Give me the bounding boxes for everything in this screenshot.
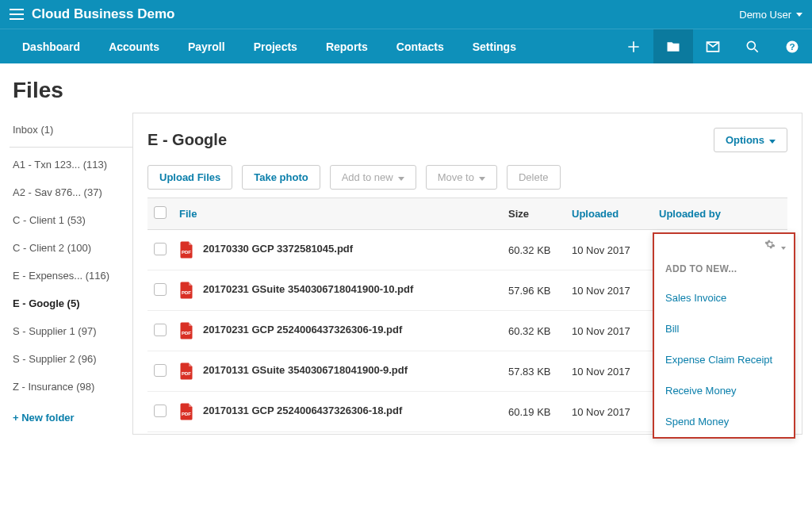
col-size[interactable]: Size (502, 198, 565, 230)
add-icon[interactable] (614, 29, 653, 63)
sidebar-item[interactable]: A1 - Txn 123... (113) (10, 151, 132, 178)
sidebar-item-inbox[interactable]: Inbox (1) (10, 116, 132, 144)
menu-icon[interactable] (10, 9, 24, 20)
col-uploaded-by[interactable]: Uploaded by (653, 198, 756, 230)
sidebar-item[interactable]: C - Client 1 (53) (10, 206, 132, 234)
sidebar-item[interactable]: S - Supplier 1 (97) (10, 317, 132, 345)
page-title: Files (0, 63, 812, 113)
take-photo-button[interactable]: Take photo (242, 165, 320, 190)
mail-icon[interactable] (693, 29, 733, 63)
file-size: 60.19 KB (502, 392, 565, 432)
menu-expense-claim-receipt[interactable]: Expense Claim Receipt (654, 344, 794, 375)
gear-icon[interactable] (764, 239, 786, 252)
file-size: 57.83 KB (502, 351, 565, 392)
sidebar-item[interactable]: S - Supplier 2 (96) (10, 345, 132, 373)
menu-sales-invoice[interactable]: Sales Invoice (654, 282, 794, 313)
user-label: Demo User (739, 9, 791, 21)
pdf-icon: PDF (179, 283, 203, 295)
move-to-button[interactable]: Move to (426, 165, 497, 190)
svg-text:PDF: PDF (182, 331, 191, 336)
chevron-down-icon (398, 177, 404, 181)
pdf-icon: PDF (179, 405, 203, 416)
file-uploaded: 10 Nov 2017 (565, 270, 653, 311)
file-uploaded: 10 Nov 2017 (565, 392, 653, 432)
svg-text:PDF: PDF (182, 290, 191, 295)
options-button[interactable]: Options (714, 128, 787, 152)
chevron-down-icon (769, 140, 776, 144)
add-to-new-button[interactable]: Add to new (330, 165, 416, 190)
sidebar-item-active[interactable]: E - Google (5) (10, 290, 132, 317)
file-name[interactable]: 20170231 GSuite 3540306718041900-10.pdf (203, 283, 413, 295)
help-icon[interactable]: ? (772, 29, 812, 63)
file-uploaded: 10 Nov 2017 (565, 230, 653, 270)
row-action-menu: ADD TO NEW... Sales Invoice Bill Expense… (653, 232, 795, 439)
row-checkbox[interactable] (154, 324, 167, 336)
file-size: 60.32 KB (502, 311, 565, 351)
chevron-down-icon (781, 247, 786, 250)
delete-button[interactable]: Delete (507, 165, 561, 190)
main-nav: Dashboard Accounts Payroll Projects Repo… (0, 29, 812, 63)
svg-text:PDF: PDF (182, 250, 191, 255)
nav-payroll[interactable]: Payroll (174, 29, 239, 63)
new-folder-link[interactable]: + New folder (10, 401, 132, 435)
brand-title: Cloud Business Demo (32, 6, 174, 22)
col-file[interactable]: File (173, 198, 502, 230)
nav-accounts[interactable]: Accounts (94, 29, 174, 63)
file-uploaded: 10 Nov 2017 (565, 311, 653, 351)
sidebar-item[interactable]: A2 - Sav 876... (37) (10, 178, 132, 206)
row-checkbox[interactable] (154, 283, 167, 296)
col-uploaded[interactable]: Uploaded (565, 198, 653, 230)
pdf-icon: PDF (179, 324, 203, 336)
folder-title: E - Google (147, 131, 714, 149)
file-name[interactable]: 20170330 GCP 3372581045.pdf (203, 243, 353, 255)
nav-dashboard[interactable]: Dashboard (8, 29, 94, 63)
file-size: 60.32 KB (502, 230, 565, 270)
files-icon[interactable] (653, 29, 693, 63)
file-uploaded: 10 Nov 2017 (565, 351, 653, 392)
row-checkbox[interactable] (154, 405, 167, 417)
sidebar-item[interactable]: Z - Insurance (98) (10, 373, 132, 401)
files-panel: E - Google Options Upload Files Take pho… (132, 113, 802, 435)
nav-projects[interactable]: Projects (239, 29, 312, 63)
user-menu[interactable]: Demo User (739, 9, 802, 21)
menu-receive-money[interactable]: Receive Money (654, 375, 794, 406)
svg-text:PDF: PDF (182, 412, 191, 416)
chevron-down-icon (796, 13, 802, 17)
svg-text:PDF: PDF (182, 371, 191, 376)
row-checkbox[interactable] (154, 364, 167, 377)
nav-reports[interactable]: Reports (312, 29, 382, 63)
menu-header: ADD TO NEW... (654, 252, 794, 282)
menu-spend-money[interactable]: Spend Money (654, 406, 794, 437)
search-icon[interactable] (733, 29, 772, 63)
svg-text:?: ? (789, 41, 795, 52)
nav-settings[interactable]: Settings (458, 29, 530, 63)
sidebar-item[interactable]: E - Expenses... (116) (10, 262, 132, 290)
divider (10, 147, 132, 148)
svg-point-0 (747, 41, 755, 49)
menu-bill[interactable]: Bill (654, 313, 794, 344)
upload-files-button[interactable]: Upload Files (147, 165, 232, 190)
nav-contacts[interactable]: Contacts (382, 29, 458, 63)
chevron-down-icon (479, 177, 485, 181)
file-name[interactable]: 20170131 GCP 2524006437326306-18.pdf (203, 405, 402, 416)
file-size: 57.96 KB (502, 270, 565, 311)
pdf-icon: PDF (179, 364, 203, 376)
sidebar-item[interactable]: C - Client 2 (100) (10, 234, 132, 262)
file-name[interactable]: 20170131 GSuite 3540306718041900-9.pdf (203, 364, 408, 376)
folder-sidebar: Inbox (1) A1 - Txn 123... (113) A2 - Sav… (10, 113, 132, 435)
pdf-icon: PDF (179, 243, 203, 255)
row-checkbox[interactable] (154, 243, 167, 255)
select-all-checkbox[interactable] (154, 206, 167, 219)
file-name[interactable]: 20170231 GCP 2524006437326306-19.pdf (203, 324, 402, 336)
